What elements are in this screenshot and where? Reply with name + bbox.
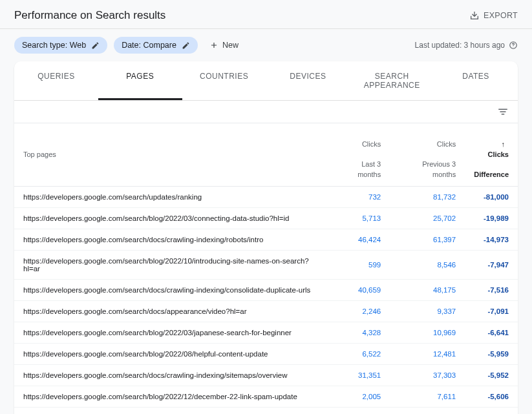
cell-last3: 6,522 bbox=[328, 343, 390, 364]
search-type-chip[interactable]: Search type: Web bbox=[14, 37, 107, 54]
export-label: EXPORT bbox=[484, 11, 518, 20]
col-prev3[interactable]: Clicks Previous 3 months bbox=[390, 123, 465, 186]
header-bar: Performance on Search results EXPORT bbox=[0, 0, 532, 28]
cell-diff: -5,606 bbox=[465, 386, 518, 407]
pencil-icon bbox=[91, 41, 100, 50]
table-toolbar bbox=[14, 101, 518, 123]
cell-prev3: 48,175 bbox=[390, 279, 465, 300]
tab-queries[interactable]: QUERIES bbox=[14, 61, 98, 100]
cell-last3: 599 bbox=[328, 250, 390, 279]
cell-url: https://developers.google.com/search/doc… bbox=[14, 300, 328, 322]
cell-prev3: 9,337 bbox=[390, 300, 465, 322]
cell-diff: -14,973 bbox=[465, 229, 518, 250]
cell-prev3: 8,546 bbox=[390, 250, 465, 279]
cell-url: https://developers.google.com/search/doc… bbox=[14, 364, 328, 386]
chip-label: Date: Compare bbox=[122, 41, 176, 50]
date-chip[interactable]: Date: Compare bbox=[114, 37, 198, 54]
page-title: Performance on Search results bbox=[14, 9, 165, 22]
table-row[interactable]: https://developers.google.com/search/doc… bbox=[14, 279, 518, 300]
table-row[interactable]: https://developers.google.com/search/upd… bbox=[14, 186, 518, 207]
cell-prev3: 81,732 bbox=[390, 186, 465, 207]
col-top-pages[interactable]: Top pages bbox=[14, 123, 328, 186]
cell-diff: -81,000 bbox=[465, 186, 518, 207]
help-icon[interactable] bbox=[509, 41, 518, 50]
add-filter-button[interactable]: New bbox=[204, 37, 244, 54]
table-row[interactable]: https://developers.google.com/search/blo… bbox=[14, 343, 518, 364]
tab-devices[interactable]: DEVICES bbox=[266, 61, 350, 100]
cell-url: https://developers.google.com/search/doc… bbox=[14, 279, 328, 300]
export-button[interactable]: EXPORT bbox=[469, 10, 518, 21]
col-last3[interactable]: Clicks Last 3 months bbox=[328, 123, 390, 186]
last-updated: Last updated: 3 hours ago bbox=[415, 41, 518, 50]
cell-last3: 2,005 bbox=[328, 386, 390, 407]
cell-prev3: 37,303 bbox=[390, 364, 465, 386]
tab-search-appearance[interactable]: SEARCH APPEARANCE bbox=[350, 61, 434, 100]
sort-ascending-icon: ↑ bbox=[502, 140, 505, 149]
download-icon bbox=[469, 10, 480, 21]
table-row[interactable]: https://developers.google.com/search/blo… bbox=[14, 250, 518, 279]
cell-diff: -7,516 bbox=[465, 279, 518, 300]
cell-last3: 40,659 bbox=[328, 279, 390, 300]
cell-url: https://developers.google.com/search/blo… bbox=[14, 322, 328, 343]
cell-last3: 2,246 bbox=[328, 300, 390, 322]
chip-label: Search type: Web bbox=[22, 41, 86, 50]
table-row[interactable]: https://developers.google.com/search/doc… bbox=[14, 364, 518, 386]
cell-last3: 5,713 bbox=[328, 207, 390, 229]
cell-url: https://developers.google.com/search/blo… bbox=[14, 207, 328, 229]
cell-url: https://developers.google.com/search/doc… bbox=[14, 229, 328, 250]
cell-last3: 4,328 bbox=[328, 322, 390, 343]
new-label: New bbox=[222, 41, 239, 50]
tab-pages[interactable]: PAGES bbox=[98, 61, 182, 100]
cell-prev3: 61,397 bbox=[390, 229, 465, 250]
pagination: Rows per page: 10 1-10 of 1147 bbox=[14, 408, 518, 414]
tab-countries[interactable]: COUNTRIES bbox=[182, 61, 266, 100]
tabs: QUERIESPAGESCOUNTRIESDEVICESSEARCH APPEA… bbox=[14, 61, 518, 101]
cell-prev3: 25,702 bbox=[390, 207, 465, 229]
cell-url: https://developers.google.com/search/blo… bbox=[14, 250, 328, 279]
cell-last3: 46,424 bbox=[328, 229, 390, 250]
cell-url: https://developers.google.com/search/blo… bbox=[14, 386, 328, 407]
col-diff[interactable]: ↑ Clicks Difference bbox=[465, 123, 518, 186]
results-table: Top pages Clicks Last 3 months Clicks Pr… bbox=[14, 123, 518, 408]
cell-diff: -7,091 bbox=[465, 300, 518, 322]
cell-diff: -5,952 bbox=[465, 364, 518, 386]
svg-point-1 bbox=[513, 47, 514, 47]
cell-last3: 732 bbox=[328, 186, 390, 207]
cell-prev3: 7,611 bbox=[390, 386, 465, 407]
cell-diff: -6,641 bbox=[465, 322, 518, 343]
filter-bar: Search type: Web Date: Compare New Last … bbox=[0, 29, 532, 61]
cell-last3: 31,351 bbox=[328, 364, 390, 386]
cell-diff: -5,959 bbox=[465, 343, 518, 364]
pencil-icon bbox=[182, 41, 190, 50]
table-row[interactable]: https://developers.google.com/search/doc… bbox=[14, 300, 518, 322]
table-row[interactable]: https://developers.google.com/search/blo… bbox=[14, 207, 518, 229]
filter-icon[interactable] bbox=[497, 106, 509, 118]
tab-dates[interactable]: DATES bbox=[434, 61, 518, 100]
main-card: QUERIESPAGESCOUNTRIESDEVICESSEARCH APPEA… bbox=[14, 61, 518, 414]
cell-prev3: 12,481 bbox=[390, 343, 465, 364]
table-row[interactable]: https://developers.google.com/search/blo… bbox=[14, 322, 518, 343]
cell-diff: -7,947 bbox=[465, 250, 518, 279]
cell-url: https://developers.google.com/search/upd… bbox=[14, 186, 328, 207]
last-updated-text: Last updated: 3 hours ago bbox=[415, 41, 505, 50]
plus-icon bbox=[209, 41, 218, 50]
filter-chips: Search type: Web Date: Compare New bbox=[14, 37, 244, 54]
table-row[interactable]: https://developers.google.com/search/blo… bbox=[14, 386, 518, 407]
cell-diff: -19,989 bbox=[465, 207, 518, 229]
table-row[interactable]: https://developers.google.com/search/doc… bbox=[14, 229, 518, 250]
cell-prev3: 10,969 bbox=[390, 322, 465, 343]
cell-url: https://developers.google.com/search/blo… bbox=[14, 343, 328, 364]
